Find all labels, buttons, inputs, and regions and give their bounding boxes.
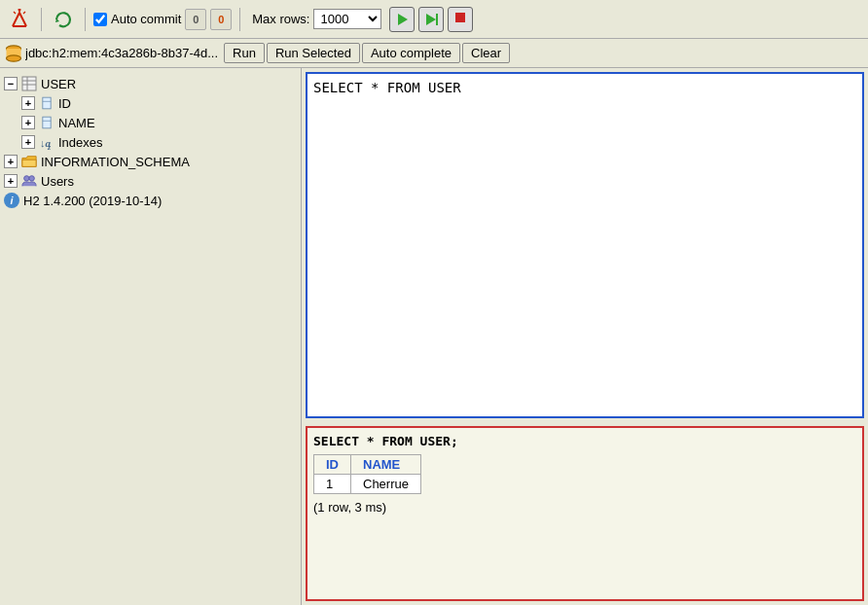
tree-item-users[interactable]: + Users — [4, 171, 297, 191]
max-rows-label: Max rows: — [252, 12, 309, 26]
svg-marker-9 — [426, 14, 436, 25]
tree-item-indexes[interactable]: + ↓a z Indexes — [21, 132, 297, 152]
col-header-id: ID — [314, 455, 351, 475]
auto-commit-checkbox[interactable] — [93, 13, 107, 26]
svg-line-1 — [19, 13, 26, 26]
tree-label-user: USER — [41, 77, 76, 91]
svg-point-4 — [18, 9, 21, 12]
run-selected-button[interactable]: Run Selected — [267, 43, 360, 63]
connection-label: jdbc:h2:mem:4c3a286b-8b37-4d... — [25, 46, 218, 60]
connect-icon[interactable] — [6, 6, 33, 33]
refresh-icon[interactable] — [50, 6, 77, 33]
expand-id[interactable]: + — [21, 96, 35, 110]
column-icon-id — [39, 95, 54, 111]
column-icon-name — [39, 115, 54, 130]
tree-label-indexes: Indexes — [58, 135, 103, 150]
svg-point-27 — [29, 176, 34, 181]
svg-marker-8 — [398, 14, 408, 25]
tree-label-users: Users — [41, 174, 74, 189]
table-icon — [21, 76, 37, 91]
clear-button[interactable]: Clear — [462, 43, 510, 63]
tree-label-info-schema: INFORMATION_SCHEMA — [41, 155, 190, 169]
rollback-icon[interactable]: 0 — [210, 9, 232, 30]
results-table: ID NAME 1 Cherrue — [313, 454, 421, 494]
expand-users[interactable]: + — [4, 174, 18, 188]
stop-button[interactable] — [448, 7, 473, 32]
indexes-icon: ↓a z — [39, 134, 54, 150]
auto-commit-area: Auto commit — [93, 12, 181, 26]
tree-item-user[interactable]: − USER — [4, 74, 297, 93]
separator-1 — [41, 8, 42, 31]
main-toolbar: Auto commit 0 0 Max rows: 1000 100 10000… — [0, 0, 868, 39]
tree-item-info-schema[interactable]: + INFORMATION_SCHEMA — [4, 152, 297, 171]
results-panel: SELECT * FROM USER; ID NAME 1 Cherrue (1… — [306, 426, 864, 601]
col-header-name: NAME — [351, 455, 421, 475]
results-footer: (1 row, 3 ms) — [313, 500, 856, 515]
expand-info-schema[interactable]: + — [4, 155, 18, 168]
expand-user[interactable]: − — [4, 77, 18, 90]
run-play-button[interactable] — [389, 7, 415, 32]
separator-2 — [85, 8, 86, 31]
separator-3 — [239, 8, 240, 31]
svg-point-14 — [7, 54, 21, 60]
svg-point-26 — [24, 176, 29, 181]
cell-id: 1 — [314, 475, 351, 494]
auto-commit-label: Auto commit — [111, 12, 181, 26]
max-rows-area: Max rows: 1000 100 10000 100000 — [252, 9, 381, 29]
table-row: 1 Cherrue — [314, 475, 421, 494]
tree-label-id: ID — [58, 96, 71, 111]
tree-label-version: H2 1.4.200 (2019-10-14) — [23, 194, 162, 208]
run-selected-play-button[interactable] — [418, 7, 444, 32]
tree-item-version: i H2 1.4.200 (2019-10-14) — [4, 191, 297, 210]
svg-line-5 — [14, 12, 16, 14]
tree-item-name[interactable]: + NAME — [21, 113, 297, 132]
svg-line-6 — [23, 12, 25, 14]
tree-item-id[interactable]: + ID — [21, 93, 297, 113]
info-icon: i — [4, 193, 19, 208]
users-icon — [21, 173, 37, 189]
expand-indexes[interactable]: + — [21, 135, 35, 149]
main-content: − USER + ID + — [0, 68, 868, 605]
results-query-label: SELECT * FROM USER; — [313, 434, 856, 448]
max-rows-select[interactable]: 1000 100 10000 100000 — [313, 9, 381, 29]
folder-icon — [21, 154, 37, 169]
svg-line-0 — [13, 13, 19, 26]
tree-panel: − USER + ID + — [0, 68, 302, 605]
run-button[interactable]: Run — [224, 43, 265, 63]
tree-label-name-col: NAME — [58, 116, 95, 130]
svg-rect-20 — [43, 97, 51, 109]
svg-rect-10 — [436, 14, 438, 25]
svg-rect-22 — [43, 117, 51, 128]
auto-complete-button[interactable]: Auto complete — [362, 43, 460, 63]
svg-rect-11 — [455, 13, 465, 22]
svg-rect-16 — [22, 77, 36, 90]
svg-text:z: z — [47, 143, 52, 150]
cell-name: Cherrue — [351, 475, 421, 494]
second-toolbar: jdbc:h2:mem:4c3a286b-8b37-4d... Run Run … — [0, 39, 868, 68]
commit-icon[interactable]: 0 — [185, 9, 206, 30]
right-panel: SELECT * FROM USER SELECT * FROM USER; I… — [302, 68, 868, 605]
sql-editor[interactable]: SELECT * FROM USER — [306, 72, 864, 418]
expand-name[interactable]: + — [21, 116, 35, 129]
db-icon — [4, 44, 23, 63]
